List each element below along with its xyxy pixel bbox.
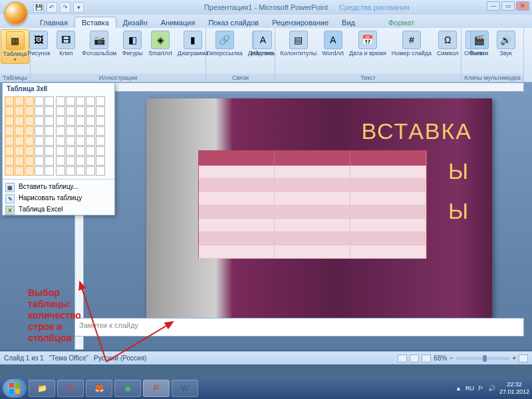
taskbar-powerpoint[interactable]: P <box>143 380 170 397</box>
draw-table-menuitem[interactable]: ✎Нарисовать таблицу <box>3 192 114 203</box>
excel-table-menuitem[interactable]: XТаблица Excel <box>3 203 114 215</box>
group-text: Текст <box>275 74 461 82</box>
ribbon-tabs: Главная Вставка Дизайн Анимация Показ сл… <box>0 15 532 28</box>
ruler-horizontal <box>74 82 524 92</box>
clip-icon: 🎞 <box>57 31 75 49</box>
movie-icon: 🎬 <box>470 31 489 49</box>
zoom-slider[interactable] <box>456 357 509 360</box>
group-illustrations: Иллюстрации <box>31 74 205 82</box>
slide-indicator: Слайд 1 из 1 <box>4 354 44 362</box>
datetime-icon: 📅 <box>358 31 377 49</box>
draw-table-icon: ✎ <box>5 194 15 203</box>
shapes-icon: ◧ <box>123 31 142 49</box>
taskbar: 📁 O 🦊 ◉ P W ▲ RU 🏳 🔊 22:32 27.01.2012 <box>0 378 532 399</box>
svg-rect-4 <box>9 389 14 394</box>
datetime-button[interactable]: 📅Дата и время <box>347 29 388 58</box>
restore-button[interactable]: ▭ <box>501 1 515 11</box>
taskbar-word[interactable]: W <box>172 380 198 397</box>
picture-icon: 🖼 <box>29 31 48 49</box>
group-media: Клипы мультимедиа <box>462 74 523 82</box>
view-normal-icon[interactable] <box>398 354 407 362</box>
system-tray: ▲ RU 🏳 🔊 22:32 27.01.2012 <box>456 381 529 396</box>
view-sorter-icon[interactable] <box>410 354 419 362</box>
photoalbum-button[interactable]: 📷Фотоальбом <box>80 29 118 58</box>
sound-icon: 🔊 <box>497 31 515 49</box>
svg-rect-2 <box>9 383 14 388</box>
excel-icon: X <box>5 205 15 215</box>
tray-volume-icon[interactable]: 🔊 <box>488 385 495 392</box>
headerfooter-icon: ▤ <box>289 31 308 49</box>
taskbar-explorer[interactable]: 📁 <box>29 380 55 397</box>
table-size-label: Таблица 3x8 <box>3 83 114 94</box>
context-tab-group-label: Средства рисования <box>339 3 410 11</box>
table-grid-left[interactable] <box>5 96 54 176</box>
undo-icon[interactable]: ↶ <box>47 2 57 13</box>
tab-slideshow[interactable]: Показ слайдов <box>201 17 265 28</box>
tab-insert[interactable]: Вставка <box>74 17 116 28</box>
shapes-button[interactable]: ◧Фигуры <box>120 29 145 58</box>
tray-lang[interactable]: RU <box>466 385 474 392</box>
slidenum-button[interactable]: #Номер слайда <box>390 29 434 58</box>
slide-line2: Ы <box>448 158 472 184</box>
tab-view[interactable]: Вид <box>335 17 362 28</box>
tab-home[interactable]: Главная <box>33 17 74 28</box>
redo-icon[interactable]: ↷ <box>60 2 70 13</box>
zoom-label: 68% <box>434 354 447 362</box>
sound-button[interactable]: 🔊Звук <box>493 29 519 58</box>
table-grid-right[interactable] <box>56 96 105 176</box>
wordart-icon: A <box>324 31 342 49</box>
annotation-arrows <box>66 269 200 368</box>
svg-line-0 <box>80 282 106 362</box>
office-button[interactable] <box>4 1 28 25</box>
svg-rect-5 <box>15 389 20 394</box>
slide-line3: Ы <box>448 198 472 224</box>
slidenum-icon: # <box>402 31 421 49</box>
zoom-in-icon[interactable]: + <box>512 354 516 362</box>
start-button[interactable] <box>3 379 27 398</box>
tab-review[interactable]: Рецензирование <box>265 17 335 28</box>
wordart-button[interactable]: AWordArt <box>320 29 346 58</box>
smartart-icon: ◈ <box>151 31 170 49</box>
symbol-icon: Ω <box>438 31 457 49</box>
view-slideshow-icon[interactable] <box>422 354 431 362</box>
save-icon[interactable]: 💾 <box>33 2 44 13</box>
symbol-button[interactable]: ΩСимвол <box>435 29 460 58</box>
tray-up-icon[interactable]: ▲ <box>456 385 462 392</box>
titlebar: 💾 ↶ ↷ ▾ Презентация1 - Microsoft PowerPo… <box>0 0 532 15</box>
photoalbum-icon: 📷 <box>90 31 108 49</box>
slide-title: ВСТАВКА <box>362 118 472 144</box>
tab-animation[interactable]: Анимация <box>154 17 202 28</box>
tab-design[interactable]: Дизайн <box>116 17 154 28</box>
window-title: Презентация1 - Microsoft PowerPoint <box>204 3 328 11</box>
hyperlink-icon: 🔗 <box>215 31 234 49</box>
taskbar-opera[interactable]: O <box>57 380 84 397</box>
textbox-icon: A <box>253 31 272 49</box>
minimize-button[interactable]: — <box>487 1 500 11</box>
table-live-preview <box>198 150 427 258</box>
hyperlink-button[interactable]: 🔗Гиперссылка <box>205 29 245 58</box>
insert-table-menuitem[interactable]: ▦Вставить таблицу... <box>3 181 114 192</box>
smartart-button[interactable]: ◈SmartArt <box>146 29 174 58</box>
tray-clock[interactable]: 22:32 27.01.2012 <box>499 381 529 396</box>
windows-logo-icon <box>9 382 21 394</box>
picture-button[interactable]: 🖼Рисунок <box>25 29 52 58</box>
close-button[interactable]: ✕ <box>516 1 529 11</box>
clip-button[interactable]: 🎞Клип <box>53 29 78 58</box>
chart-icon: ▮ <box>184 31 202 49</box>
headerfooter-button[interactable]: ▤Колонтитулы <box>278 29 319 58</box>
qat-more-icon[interactable]: ▾ <box>73 2 84 13</box>
movie-button[interactable]: 🎬Фильм <box>467 29 492 58</box>
textbox-button[interactable]: AНадпись <box>249 29 277 58</box>
fit-window-icon[interactable] <box>519 354 528 362</box>
insert-table-icon: ▦ <box>5 183 15 192</box>
annotation-text: Выбортаблицы:количествострок истолбцов <box>28 287 81 344</box>
svg-rect-3 <box>15 383 20 388</box>
taskbar-downloader[interactable]: ◉ <box>114 380 141 397</box>
taskbar-firefox[interactable]: 🦊 <box>86 380 112 397</box>
svg-line-1 <box>106 322 173 362</box>
zoom-out-icon[interactable]: − <box>450 354 454 362</box>
ribbon: ▦ Таблица ▼ Таблицы 🖼Рисунок 🎞Клип 📷Фото… <box>0 28 532 82</box>
tab-format[interactable]: Формат <box>382 17 421 28</box>
tray-flag-icon[interactable]: 🏳 <box>478 385 484 392</box>
quick-access-toolbar: 💾 ↶ ↷ ▾ <box>33 2 84 13</box>
